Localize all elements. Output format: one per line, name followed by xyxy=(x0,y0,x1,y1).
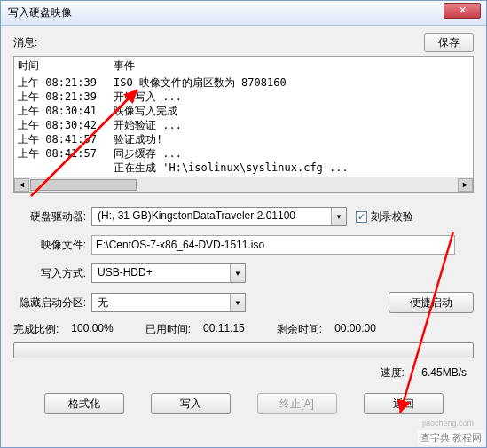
log-row: 上午 08:30:41映像写入完成 xyxy=(18,104,469,118)
log-event: 同步缓存 ... xyxy=(114,146,182,161)
log-header-time: 时间 xyxy=(18,59,114,74)
log-event: 开始验证 ... xyxy=(114,118,182,132)
image-file-input[interactable] xyxy=(91,235,455,255)
log-row: 上午 08:41:57同步缓存 ... xyxy=(18,146,469,161)
log-time: 上午 08:21:39 xyxy=(18,90,114,104)
log-event: 验证成功! xyxy=(114,132,162,146)
log-row: 上午 08:30:42开始验证 ... xyxy=(18,118,469,132)
titlebar: 写入硬盘映像 ✕ xyxy=(1,1,486,26)
watermark-text: 查字典 教程网 xyxy=(418,430,484,445)
close-icon: ✕ xyxy=(459,4,467,15)
write-mode-select[interactable]: USB-HDD+ ▼ xyxy=(91,263,246,283)
write-mode-value: USB-HDD+ xyxy=(92,264,230,282)
save-button[interactable]: 保存 xyxy=(424,33,474,52)
write-mode-label: 写入方式: xyxy=(13,266,91,281)
speed-row: 速度: 6.45MB/s xyxy=(13,365,474,381)
burn-verify-checkbox[interactable]: ✓ 刻录校验 xyxy=(356,209,413,224)
return-button[interactable]: 返回 xyxy=(364,393,444,414)
hidden-partition-select[interactable]: 无 ▼ xyxy=(91,293,246,312)
log-row: 上午 08:21:39开始写入 ... xyxy=(18,90,469,104)
log-event: ISO 映像文件的扇区数为 8708160 xyxy=(114,75,287,90)
log-event: 正在生成 'H:\isolinux\syslinux.cfg'... xyxy=(114,161,349,175)
close-button[interactable]: ✕ xyxy=(444,3,481,19)
speed-label: 速度: xyxy=(381,366,405,379)
drive-select[interactable]: (H:, 31 GB)KingstonDataTraveler 2.01100 … xyxy=(91,207,347,226)
burn-verify-label: 刻录校验 xyxy=(371,209,413,224)
content-area: 消息: 保存 时间 事件 上午 08:21:39ISO 映像文件的扇区数为 87… xyxy=(1,26,486,421)
scroll-thumb[interactable] xyxy=(30,179,137,191)
image-file-label: 映像文件: xyxy=(13,238,91,253)
log-row: 正在生成 'H:\isolinux\syslinux.cfg'... xyxy=(18,161,469,175)
chevron-down-icon[interactable]: ▼ xyxy=(331,208,346,225)
log-time: 上午 08:30:41 xyxy=(18,104,114,118)
stats-row: 完成比例: 100.00% 已用时间: 00:11:15 剩余时间: 00:00… xyxy=(13,322,474,337)
hidden-partition-label: 隐藏启动分区: xyxy=(13,295,91,310)
remaining-label: 剩余时间: xyxy=(277,322,322,337)
checkbox-icon: ✓ xyxy=(356,211,367,223)
log-time xyxy=(18,161,114,175)
dialog-window: 写入硬盘映像 ✕ 消息: 保存 时间 事件 上午 08:21:39ISO 映像文… xyxy=(0,0,487,448)
log-panel: 时间 事件 上午 08:21:39ISO 映像文件的扇区数为 8708160上午… xyxy=(13,56,474,193)
scroll-right-arrow-icon[interactable]: ► xyxy=(458,178,473,192)
abort-button: 终止[A] xyxy=(257,393,337,414)
log-event: 映像写入完成 xyxy=(114,104,177,118)
completion-label: 完成比例: xyxy=(13,322,59,337)
write-button[interactable]: 写入 xyxy=(151,393,231,414)
remaining-value: 00:00:00 xyxy=(334,322,376,337)
log-time: 上午 08:41:57 xyxy=(18,146,114,161)
watermark-url: jiaocheng.com xyxy=(422,419,474,428)
log-header: 时间 事件 xyxy=(14,57,473,75)
log-event: 开始写入 ... xyxy=(114,90,182,104)
progress-bar xyxy=(13,342,474,358)
format-button[interactable]: 格式化 xyxy=(44,393,124,414)
horizontal-scrollbar[interactable]: ◄ ► xyxy=(14,177,473,192)
log-time: 上午 08:30:42 xyxy=(18,118,114,132)
speed-value: 6.45MB/s xyxy=(421,366,467,379)
log-header-event: 事件 xyxy=(114,59,135,74)
chevron-down-icon[interactable]: ▼ xyxy=(230,264,245,282)
log-row: 上午 08:41:57验证成功! xyxy=(18,132,469,146)
log-row: 上午 08:21:39ISO 映像文件的扇区数为 8708160 xyxy=(18,75,469,90)
completion-value: 100.00% xyxy=(71,322,113,337)
hidden-partition-value: 无 xyxy=(92,294,230,311)
elapsed-value: 00:11:15 xyxy=(203,322,245,337)
message-label: 消息: xyxy=(13,35,37,51)
log-time: 上午 08:41:57 xyxy=(18,132,114,146)
log-time: 上午 08:21:39 xyxy=(18,75,114,90)
quick-boot-button[interactable]: 便捷启动 xyxy=(389,292,474,313)
chevron-down-icon[interactable]: ▼ xyxy=(230,294,245,311)
scroll-left-arrow-icon[interactable]: ◄ xyxy=(14,178,29,192)
elapsed-label: 已用时间: xyxy=(145,322,191,337)
drive-select-value: (H:, 31 GB)KingstonDataTraveler 2.01100 xyxy=(92,208,331,225)
drive-label: 硬盘驱动器: xyxy=(13,209,91,224)
window-title: 写入硬盘映像 xyxy=(8,5,72,20)
log-rows: 上午 08:21:39ISO 映像文件的扇区数为 8708160上午 08:21… xyxy=(14,75,473,189)
